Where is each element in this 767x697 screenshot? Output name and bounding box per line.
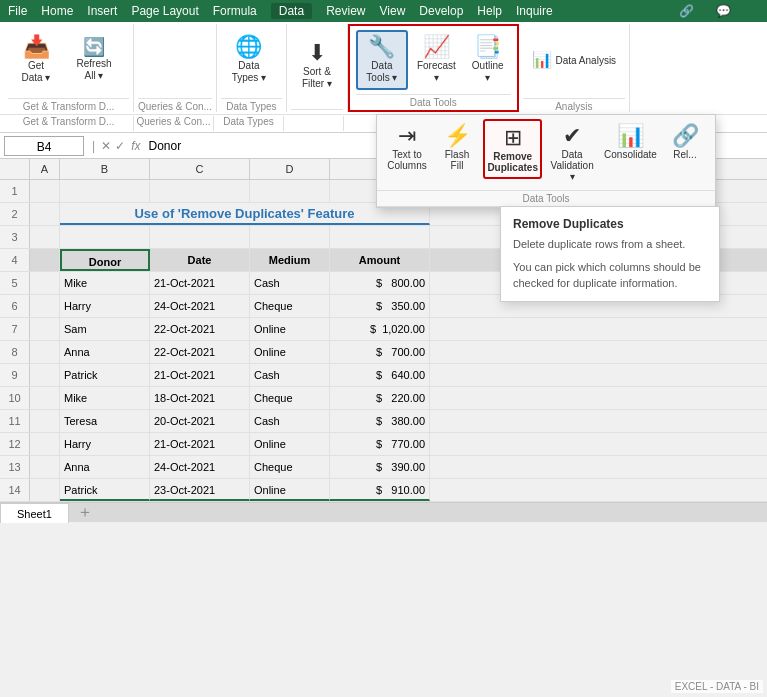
cell-e11[interactable]: $ 380.00	[330, 410, 430, 432]
cell-c1[interactable]	[150, 180, 250, 202]
cell-d12[interactable]: Online	[250, 433, 330, 455]
cell-c4-date[interactable]: Date	[150, 249, 250, 271]
cell-d7[interactable]: Online	[250, 318, 330, 340]
refresh-all-button[interactable]: 🔄 RefreshAll ▾	[66, 33, 122, 87]
cell-a6[interactable]	[30, 295, 60, 317]
cell-a7[interactable]	[30, 318, 60, 340]
cell-c14[interactable]: 23-Oct-2021	[150, 479, 250, 501]
cell-e13[interactable]: $ 390.00	[330, 456, 430, 478]
comment-icon[interactable]: 💬	[716, 4, 731, 18]
confirm-icon[interactable]: ✓	[113, 139, 127, 153]
cell-b8[interactable]: Anna	[60, 341, 150, 363]
cell-b9[interactable]: Patrick	[60, 364, 150, 386]
cell-c7[interactable]: 22-Oct-2021	[150, 318, 250, 340]
cell-c10[interactable]: 18-Oct-2021	[150, 387, 250, 409]
share-icon[interactable]: 🔗	[679, 4, 694, 18]
data-analysis-button[interactable]: 📊 Data Analysis	[523, 47, 626, 73]
cell-e8[interactable]: $ 700.00	[330, 341, 430, 363]
cell-a10[interactable]	[30, 387, 60, 409]
cell-c11[interactable]: 20-Oct-2021	[150, 410, 250, 432]
cell-e10[interactable]: $ 220.00	[330, 387, 430, 409]
consolidate-dropdown-btn[interactable]: 📊 Consolidate	[602, 119, 659, 164]
cell-b12[interactable]: Harry	[60, 433, 150, 455]
cell-e6[interactable]: $ 350.00	[330, 295, 430, 317]
menu-home[interactable]: Home	[41, 4, 73, 18]
outline-button[interactable]: 📑 Outline▾	[465, 31, 511, 89]
cell-a13[interactable]	[30, 456, 60, 478]
cell-e4-amount[interactable]: Amount	[330, 249, 430, 271]
cell-d6[interactable]: Cheque	[250, 295, 330, 317]
cell-b1[interactable]	[60, 180, 150, 202]
cell-a3[interactable]	[30, 226, 60, 248]
cell-a9[interactable]	[30, 364, 60, 386]
relationships-dropdown-btn[interactable]: 🔗 Rel...	[661, 119, 709, 164]
cell-a4[interactable]	[30, 249, 60, 271]
cell-e3[interactable]	[330, 226, 430, 248]
menu-pagelayout[interactable]: Page Layout	[131, 4, 198, 18]
menu-help[interactable]: Help	[477, 4, 502, 18]
cell-reference[interactable]: B4	[4, 136, 84, 156]
menu-data[interactable]: Data	[271, 3, 312, 19]
cell-d3[interactable]	[250, 226, 330, 248]
cell-c6[interactable]: 24-Oct-2021	[150, 295, 250, 317]
flash-fill-dropdown-btn[interactable]: ⚡ FlashFill	[433, 119, 481, 175]
cell-b3[interactable]	[60, 226, 150, 248]
cell-b11[interactable]: Teresa	[60, 410, 150, 432]
remove-duplicates-dropdown-btn[interactable]: ⊞ RemoveDuplicates	[483, 119, 542, 179]
menu-file[interactable]: File	[8, 4, 27, 18]
cell-d9[interactable]: Cash	[250, 364, 330, 386]
col-header-d[interactable]: D	[250, 159, 330, 179]
cell-b13[interactable]: Anna	[60, 456, 150, 478]
cell-d8[interactable]: Online	[250, 341, 330, 363]
text-to-columns-dropdown-btn[interactable]: ⇥ Text toColumns	[383, 119, 431, 175]
cell-c5[interactable]: 21-Oct-2021	[150, 272, 250, 294]
data-validation-dropdown-btn[interactable]: ✔ DataValidation ▾	[544, 119, 600, 186]
cell-b14[interactable]: Patrick	[60, 479, 150, 501]
forecast-button[interactable]: 📈 Forecast▾	[410, 31, 463, 89]
cell-a2[interactable]	[30, 203, 60, 225]
cell-d4-medium[interactable]: Medium	[250, 249, 330, 271]
sheet-tab-1[interactable]: Sheet1	[0, 503, 69, 523]
cell-e9[interactable]: $ 640.00	[330, 364, 430, 386]
cancel-icon[interactable]: ✕	[99, 139, 113, 153]
menu-insert[interactable]: Insert	[87, 4, 117, 18]
cell-e7[interactable]: $ 1,020.00	[330, 318, 430, 340]
menu-formula[interactable]: Formula	[213, 4, 257, 18]
cell-d14[interactable]: Online	[250, 479, 330, 501]
cell-c13[interactable]: 24-Oct-2021	[150, 456, 250, 478]
cell-b4-donor[interactable]: Donor	[60, 249, 150, 271]
cell-a11[interactable]	[30, 410, 60, 432]
cell-d10[interactable]: Cheque	[250, 387, 330, 409]
cell-b10[interactable]: Mike	[60, 387, 150, 409]
cell-a14[interactable]	[30, 479, 60, 501]
cell-d11[interactable]: Cash	[250, 410, 330, 432]
cell-d1[interactable]	[250, 180, 330, 202]
col-header-b[interactable]: B	[60, 159, 150, 179]
cell-e14[interactable]: $ 910.00	[330, 479, 430, 501]
cell-c9[interactable]: 21-Oct-2021	[150, 364, 250, 386]
col-header-a[interactable]: A	[30, 159, 60, 179]
sort-filter-button[interactable]: ⬇ Sort &Filter ▾	[291, 37, 343, 95]
get-data-button[interactable]: 📥 GetData ▾	[8, 31, 64, 89]
cell-c3[interactable]	[150, 226, 250, 248]
cell-a12[interactable]	[30, 433, 60, 455]
col-header-c[interactable]: C	[150, 159, 250, 179]
cell-c12[interactable]: 21-Oct-2021	[150, 433, 250, 455]
cell-d13[interactable]: Cheque	[250, 456, 330, 478]
menu-develop[interactable]: Develop	[419, 4, 463, 18]
cell-c8[interactable]: 22-Oct-2021	[150, 341, 250, 363]
cell-e5[interactable]: $ 800.00	[330, 272, 430, 294]
cell-b6[interactable]: Harry	[60, 295, 150, 317]
menu-view[interactable]: View	[380, 4, 406, 18]
cell-a5[interactable]	[30, 272, 60, 294]
data-tools-button[interactable]: 🔧 DataTools ▾	[356, 30, 408, 90]
add-sheet-button[interactable]: ＋	[69, 502, 101, 523]
cell-a8[interactable]	[30, 341, 60, 363]
cell-b5[interactable]: Mike	[60, 272, 150, 294]
menu-review[interactable]: Review	[326, 4, 365, 18]
cell-d5[interactable]: Cash	[250, 272, 330, 294]
cell-b7[interactable]: Sam	[60, 318, 150, 340]
data-types-button[interactable]: 🌐 DataTypes ▾	[221, 31, 277, 89]
cell-e12[interactable]: $ 770.00	[330, 433, 430, 455]
cell-a1[interactable]	[30, 180, 60, 202]
